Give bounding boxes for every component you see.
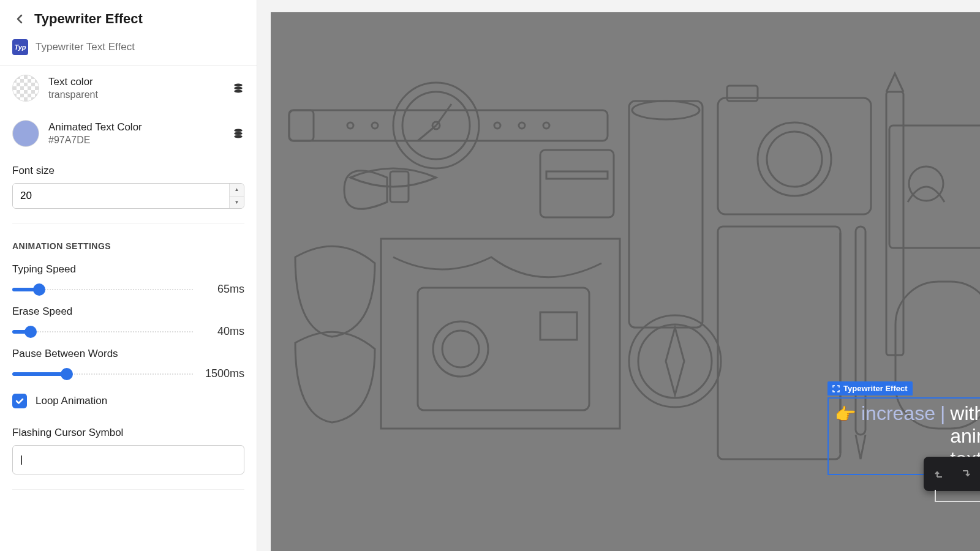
- erase-speed-value: 40ms: [200, 325, 244, 338]
- layers-icon[interactable]: [232, 127, 244, 140]
- svg-point-8: [347, 122, 353, 129]
- step-up-button[interactable]: ▲: [230, 184, 244, 197]
- loop-row[interactable]: Loop Animation: [0, 384, 257, 418]
- move-down-icon: [960, 468, 971, 479]
- hero-section[interactable]: Typewriter Effect 👉 increase| with anima…: [271, 12, 980, 551]
- app-subtitle: Typewriter Text Effect: [36, 41, 135, 53]
- font-size-section: Font size ▲ ▼: [0, 156, 257, 217]
- svg-rect-20: [546, 171, 608, 179]
- svg-rect-26: [629, 101, 703, 328]
- svg-rect-25: [540, 312, 577, 340]
- move-up-icon: [933, 468, 944, 479]
- typing-speed-slider[interactable]: [12, 283, 193, 296]
- text-color-row[interactable]: Text color transparent: [0, 66, 257, 111]
- emoji-icon: 👉: [835, 404, 856, 424]
- selection-badge[interactable]: Typewriter Effect: [827, 381, 913, 395]
- erase-speed-row: Erase Speed 40ms: [0, 299, 257, 342]
- svg-point-36: [638, 324, 712, 398]
- text-color-label: Text color: [48, 76, 223, 88]
- divider: [12, 223, 244, 224]
- check-icon: [15, 397, 24, 405]
- typing-speed-label: Typing Speed: [12, 263, 244, 276]
- svg-point-24: [442, 331, 479, 367]
- svg-point-3: [234, 129, 242, 132]
- svg-point-9: [372, 122, 378, 129]
- move-down-button[interactable]: [953, 463, 979, 485]
- back-button[interactable]: [12, 12, 27, 26]
- canvas-area[interactable]: Typewriter Effect 👉 increase| with anima…: [257, 0, 980, 551]
- move-up-button[interactable]: [926, 463, 952, 485]
- svg-point-0: [234, 84, 242, 87]
- svg-rect-32: [718, 227, 840, 459]
- svg-rect-7: [289, 110, 314, 141]
- pause-label: Pause Between Words: [12, 348, 244, 360]
- loop-label: Loop Animation: [36, 395, 107, 407]
- text-color-swatch[interactable]: [12, 75, 39, 102]
- expand-icon: [832, 385, 840, 392]
- cursor-char: |: [940, 402, 945, 425]
- svg-line-17: [418, 126, 436, 141]
- svg-point-27: [632, 101, 699, 119]
- page-title: Typewriter Effect: [34, 11, 143, 27]
- pause-slider[interactable]: [12, 368, 193, 380]
- text-color-value: transparent: [48, 89, 223, 100]
- text-color-info: Text color transparent: [48, 76, 223, 100]
- svg-point-1: [234, 87, 242, 90]
- cursor-symbol-input[interactable]: [12, 445, 244, 474]
- typing-speed-value: 65ms: [200, 283, 244, 296]
- animated-color-info: Animated Text Color #97A7DE: [48, 121, 223, 146]
- pause-row: Pause Between Words 1500ms: [0, 342, 257, 384]
- svg-rect-22: [418, 288, 589, 410]
- secondary-selection-outline: [935, 490, 980, 502]
- svg-line-16: [436, 104, 451, 126]
- selection-badge-label: Typewriter Effect: [843, 384, 908, 393]
- animated-color-row[interactable]: Animated Text Color #97A7DE: [0, 111, 257, 156]
- animated-color-swatch[interactable]: [12, 120, 39, 147]
- svg-point-12: [543, 122, 549, 129]
- stepper-buttons: ▲ ▼: [229, 184, 244, 208]
- layers-icon[interactable]: [232, 82, 244, 94]
- font-size-input[interactable]: [13, 184, 229, 208]
- header: Typewriter Effect: [0, 0, 257, 36]
- svg-point-11: [519, 122, 525, 129]
- animated-color-value: #97A7DE: [48, 135, 223, 146]
- erase-speed-label: Erase Speed: [12, 305, 244, 318]
- settings-sidebar: Typewriter Effect Typ Typewriter Text Ef…: [0, 0, 257, 551]
- subheader: Typ Typewriter Text Effect: [0, 36, 257, 65]
- svg-rect-6: [289, 110, 608, 141]
- erase-speed-slider[interactable]: [12, 326, 193, 338]
- loop-checkbox[interactable]: [12, 394, 27, 408]
- typing-speed-row: Typing Speed 65ms: [0, 257, 257, 299]
- element-toolbar: [924, 457, 980, 491]
- cursor-symbol-section: Flashing Cursor Symbol: [0, 418, 257, 483]
- svg-point-39: [909, 167, 943, 201]
- step-down-button[interactable]: ▼: [230, 197, 244, 209]
- chevron-left-icon: [17, 14, 23, 24]
- animated-color-label: Animated Text Color: [48, 121, 223, 133]
- svg-point-4: [234, 132, 242, 135]
- font-size-label: Font size: [12, 165, 244, 177]
- svg-point-10: [494, 122, 500, 129]
- font-size-stepper[interactable]: ▲ ▼: [12, 183, 244, 209]
- divider: [12, 489, 244, 490]
- cursor-symbol-label: Flashing Cursor Symbol: [12, 427, 244, 439]
- typed-text: increase: [861, 402, 935, 425]
- pause-value: 1500ms: [200, 367, 244, 380]
- svg-point-29: [758, 122, 831, 196]
- svg-point-30: [767, 132, 822, 187]
- svg-rect-19: [540, 150, 614, 217]
- svg-point-5: [234, 135, 242, 138]
- animation-settings-heading: ANIMATION SETTINGS: [0, 230, 257, 257]
- svg-point-2: [234, 90, 242, 93]
- app-icon: Typ: [12, 39, 28, 55]
